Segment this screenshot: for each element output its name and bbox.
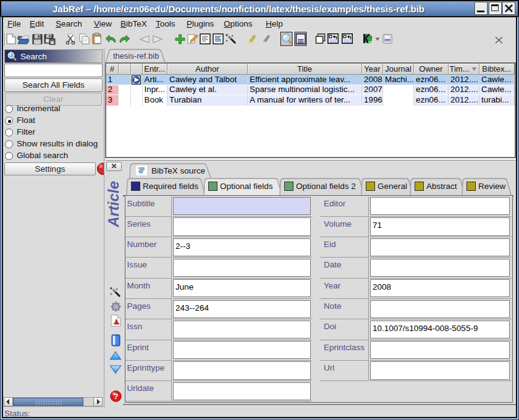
svg-text:?: ? (114, 392, 119, 401)
